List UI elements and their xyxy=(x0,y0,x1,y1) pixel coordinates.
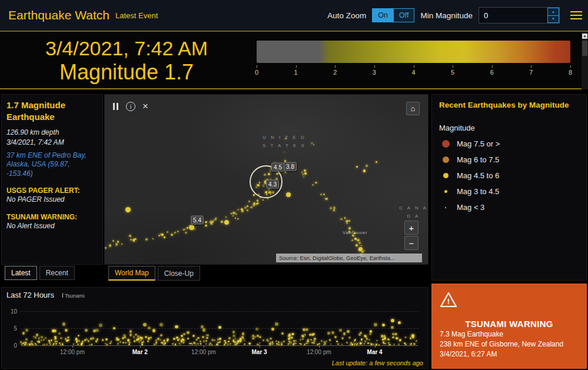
y-tick-label: 0 xyxy=(14,342,21,349)
scale-tick: 5 xyxy=(451,69,454,76)
auto-zoom-label: Auto Zoom xyxy=(327,11,366,20)
magnitude-marker[interactable]: 4.5 xyxy=(271,163,284,172)
magnitude-dot-icon xyxy=(444,190,447,193)
zoom-controls: + − xyxy=(404,221,418,250)
min-magnitude-input[interactable] xyxy=(479,8,547,23)
info-icon[interactable]: i xyxy=(126,102,135,111)
scale-tick: 7 xyxy=(529,69,533,76)
tsunami-alert-panel: ! TSUNAMI WARNING 7.3 Mag Earthquake 238… xyxy=(431,284,587,369)
home-icon[interactable]: ⌂ xyxy=(406,102,420,115)
chart-plot-area: 10 5 0 xyxy=(21,311,418,345)
legend-item-label: Mag 6 to 7.5 xyxy=(457,155,499,164)
last-update-text: Last update: a few seconds ago xyxy=(332,359,423,366)
magnitude-scale: 0 1 2 3 4 5 6 7 8 xyxy=(257,33,570,88)
header-controls: Auto Zoom On Off Min Magnitude ▲ ▼ xyxy=(327,7,582,24)
magnitude-dot-icon xyxy=(442,140,450,148)
magnitude-dot-icon xyxy=(443,173,449,178)
hamburger-menu-icon[interactable] xyxy=(570,11,582,19)
map-label-country: C A N A D A xyxy=(399,204,428,220)
chart-panel: Last 72 Hours Tsunami 10 5 0 12:00 pm Ma… xyxy=(1,287,428,369)
pager-alert-value: No PAGER Issued xyxy=(6,195,98,205)
scale-tick: 1 xyxy=(294,69,298,76)
x-tick-label: 12:00 pm xyxy=(60,349,85,355)
magnitude-dot-icon xyxy=(443,156,449,163)
spin-down-icon[interactable]: ▼ xyxy=(548,16,559,23)
close-icon[interactable]: × xyxy=(142,102,148,111)
min-magnitude-field: ▲ ▼ xyxy=(479,7,560,24)
app-subtitle: Latest Event xyxy=(115,11,158,20)
latest-event-text: 3/4/2021, 7:42 AM Magnitude 1.7 xyxy=(0,33,253,88)
details-tabs: Latest Recent xyxy=(5,266,75,280)
legend-item: Mag 6 to 7.5 xyxy=(439,155,579,164)
tab-close-up[interactable]: Close-Up xyxy=(158,266,200,281)
scrollbar-up-icon[interactable]: ▲ xyxy=(582,34,587,39)
x-axis-labels: 12:00 pm Mar 2 12:00 pm Mar 3 12:00 pm M… xyxy=(21,347,418,355)
spin-up-icon[interactable]: ▲ xyxy=(548,8,559,16)
magnitude-gradient-bar xyxy=(257,41,570,63)
legend-title: Recent Earthquakes by Magnitude xyxy=(439,101,579,109)
x-tick-label: 12:00 pm xyxy=(307,349,331,355)
legend-panel: Recent Earthquakes by Magnitude Magnitud… xyxy=(431,94,587,281)
legend-subtitle: Magnitude xyxy=(439,124,579,132)
event-depth: 126.90 km depth xyxy=(6,128,98,138)
scale-tick: 6 xyxy=(490,69,494,76)
x-tick-label: Mar 4 xyxy=(367,349,383,355)
pause-icon[interactable] xyxy=(112,103,119,110)
min-magnitude-spinner: ▲ ▼ xyxy=(547,8,559,23)
legend-item: Mag < 3 xyxy=(439,203,579,212)
earthquake-watch-dashboard: Earthquake Watch Latest Event Auto Zoom … xyxy=(0,0,588,370)
legend-item-label: Mag 3 to 4.5 xyxy=(457,187,499,196)
x-tick-label: 12:00 pm xyxy=(191,349,216,355)
zoom-out-button[interactable]: − xyxy=(404,236,418,250)
scale-tick: 3 xyxy=(373,69,376,76)
event-location-link[interactable]: 37 km ENE of Pedro Bay, Alaska, USA (59.… xyxy=(6,151,98,179)
legend-item: Mag 4.5 to 6 xyxy=(439,171,579,180)
y-tick-label: 10 xyxy=(11,308,21,315)
scrollbar-thumb[interactable] xyxy=(582,41,587,56)
zoom-in-button[interactable]: + xyxy=(404,221,418,235)
y-tick-label: 5 xyxy=(14,325,21,332)
magnitude-marker[interactable]: 5.4 xyxy=(191,216,204,225)
map-attribution: Source: Esri, DigitalGlobe, GeoEye, Eart… xyxy=(276,254,422,262)
tab-recent[interactable]: Recent xyxy=(39,266,75,280)
tsunami-warning-value: No Alert Issued xyxy=(6,221,98,231)
auto-zoom-off-button[interactable]: Off xyxy=(394,8,414,22)
warning-icon: ! xyxy=(440,292,586,310)
tsunami-warning-label: TSUNAMI WARNING: xyxy=(6,213,98,221)
x-tick-label: Mar 2 xyxy=(132,349,148,355)
latest-event-banner: 3/4/2021, 7:42 AM Magnitude 1.7 0 1 2 3 … xyxy=(0,33,588,89)
alert-location: 238 km ENE of Gisborne, New Zealand xyxy=(440,340,586,349)
x-tick-label: Mar 3 xyxy=(252,349,267,355)
scale-tick: 2 xyxy=(333,69,337,76)
legend-item-label: Mag 7.5 or > xyxy=(457,139,500,148)
event-details-panel: 1.7 Magnitude Earthquake 126.90 km depth… xyxy=(1,94,103,265)
magnitude-marker[interactable]: 3.8 xyxy=(284,162,297,171)
tsunami-line-icon xyxy=(62,293,63,298)
tab-latest[interactable]: Latest xyxy=(5,266,37,280)
map-toolbar: i × xyxy=(112,102,148,111)
legend-item-label: Mag < 3 xyxy=(457,203,484,212)
map-canvas[interactable]: U N I T E DS T A T E S C A N A D A Vanco… xyxy=(105,95,428,264)
magnitude-scale-ticks: 0 1 2 3 4 5 6 7 8 xyxy=(257,65,570,78)
legend-item: Mag 7.5 or > xyxy=(439,139,579,148)
alert-magnitude: 7.3 Mag Earthquake xyxy=(440,330,586,339)
chart-header: Last 72 Hours Tsunami xyxy=(2,288,428,299)
app-title: Earthquake Watch xyxy=(8,8,109,22)
scale-tick: 0 xyxy=(255,69,258,76)
legend-item: Mag 3 to 4.5 xyxy=(439,187,579,196)
magnitude-marker[interactable]: 4.3 xyxy=(266,180,279,189)
min-magnitude-label: Min Magnitude xyxy=(420,11,473,20)
chart-title: Last 72 Hours xyxy=(6,291,54,299)
event-time: 3/4/2021, 7:42 AM xyxy=(6,138,98,148)
map-panel: U N I T E DS T A T E S C A N A D A Vanco… xyxy=(104,94,428,265)
alert-title: TSUNAMI WARNING xyxy=(432,319,586,329)
auto-zoom-toggle: On Off xyxy=(372,8,414,22)
scrollbar: ▲ xyxy=(582,33,588,89)
pager-alert-label: USGS PAGER ALERT: xyxy=(6,186,98,195)
details-title: 1.7 Magnitude Earthquake xyxy=(6,99,98,122)
header: Earthquake Watch Latest Event Auto Zoom … xyxy=(0,0,588,32)
map-tabs: World Map Close-Up xyxy=(108,266,200,281)
x-axis xyxy=(21,345,418,346)
auto-zoom-on-button[interactable]: On xyxy=(372,8,394,22)
tab-world-map[interactable]: World Map xyxy=(108,266,155,281)
